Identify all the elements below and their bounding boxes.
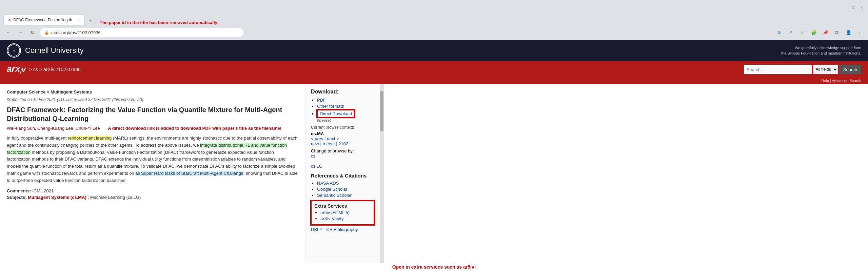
direct-download-link[interactable]: Direct Download: [320, 111, 352, 116]
highlight-all: all Super Hard tasks of StarCraft Multi-…: [135, 171, 243, 176]
recent-link[interactable]: recent: [322, 141, 335, 146]
extra-services-annotation: Open in extra services such as ar5iv!: [0, 263, 868, 271]
author-1[interactable]: Wei-Fang Sun: [7, 126, 35, 131]
extra-services-box: Extra Services ar5iv (HTML 5) arXiv Vani…: [311, 201, 374, 225]
arxiv-help-bar: Help | Advanced Search: [0, 78, 868, 84]
new-link[interactable]: new: [311, 141, 319, 146]
share-icon[interactable]: ↗: [786, 28, 795, 37]
scrollbar[interactable]: [380, 84, 384, 263]
dblp-row: DBLP - CS Bibliography: [311, 227, 374, 232]
highlight-integrate: integrate distributional RL and value fu…: [7, 143, 287, 155]
search-input[interactable]: [744, 65, 812, 74]
close-window-button[interactable]: ×: [859, 5, 865, 10]
nasa-ads-link[interactable]: NASA ADS: [317, 181, 374, 186]
main-content: Computer Science > Multiagent Systems [S…: [0, 84, 868, 263]
subjects-label: Subjects:: [7, 195, 27, 200]
prev-link[interactable]: < prev: [311, 136, 323, 141]
ar5iv-item: ar5iv (HTML 5): [320, 210, 371, 215]
cornell-support-text: We gratefully acknowledge support fromth…: [781, 45, 861, 56]
arxiv-logo: arXiv: [7, 64, 26, 75]
arxiv-vanity-item: arXiv Vanity: [320, 216, 371, 221]
change-browse-label: Change to browse by:: [311, 148, 354, 153]
num-link[interactable]: 2102: [338, 141, 348, 146]
subject-rest: ; Machine Learning (cs.LG): [87, 195, 141, 200]
pdf-link[interactable]: PDF: [317, 98, 374, 103]
download-annotation: A direct download link is added to downl…: [108, 126, 281, 131]
direct-download-item: Direct Download: [317, 110, 374, 118]
browse-nav: < prev | next > new | recent | 2102: [311, 136, 374, 146]
pin-icon[interactable]: 📌: [821, 28, 830, 37]
paper-area: Computer Science > Multiagent Systems [S…: [0, 84, 305, 263]
address-text: arxiv.org/abs/2102.07936: [51, 30, 101, 35]
cornell-name: Cornell University: [25, 46, 83, 55]
semantic-scholar-link[interactable]: Semantic Scholar: [317, 193, 374, 198]
extension-icon[interactable]: 🧩: [809, 28, 818, 37]
direct-download-box: Direct Download: [317, 110, 355, 118]
paper-authors: Wei-Fang Sun, Cheng-Kuang Lee, Chun-Yi L…: [7, 126, 298, 131]
paper-breadcrumb: Computer Science > Multiagent Systems: [7, 89, 298, 95]
address-bar-input[interactable]: 🔒 arxiv.org/abs/2102.07936: [40, 28, 243, 37]
comments-row: Comments: ICML 2021: [7, 188, 298, 193]
search-button[interactable]: Search: [839, 65, 861, 74]
browse-cs-lg[interactable]: cs.LG: [311, 164, 374, 169]
other-formats-link[interactable]: Other formats: [317, 104, 374, 109]
arxiv-breadcrumb: > cs > arXiv:2102.07936: [29, 67, 81, 72]
help-link[interactable]: Help | Advanced Search: [821, 79, 861, 83]
extra-services-title: Extra Services: [314, 203, 371, 209]
google-scholar-link[interactable]: Google Scholar: [317, 187, 374, 192]
refresh-button[interactable]: ↻: [28, 28, 37, 37]
arxiv-vanity-link[interactable]: arXiv Vanity: [320, 216, 371, 221]
subjects-row: Subjects: Multiagent Systems (cs.MA) ; M…: [7, 195, 298, 200]
minimize-button[interactable]: —: [843, 5, 848, 10]
scroll-thumb[interactable]: [380, 91, 383, 131]
context-value: cs.MA: [311, 131, 374, 136]
subject-cs-ma[interactable]: Multiagent Systems (cs.MA): [28, 195, 86, 200]
extensions-button[interactable]: ⧉: [832, 28, 842, 37]
tab-close-button[interactable]: ×: [77, 17, 80, 23]
submission-info: [Submitted on 16 Feb 2021 (v1), last rev…: [7, 97, 298, 102]
next-link[interactable]: next >: [327, 136, 339, 141]
cornell-logo: ⚜ Cornell University: [7, 43, 83, 58]
tab-notification: The paper id in the title has been remov…: [100, 20, 219, 25]
tab-favicon: ✕: [8, 18, 11, 22]
paper-title: DFAC Framework: Factorizing the Value Fu…: [7, 105, 298, 123]
license-text: (license): [317, 118, 374, 122]
refs-title: References & Citations: [311, 173, 374, 179]
highlight-marl: reinforcement learning: [68, 136, 112, 141]
new-tab-button[interactable]: +: [86, 16, 96, 25]
menu-button[interactable]: ⋮: [855, 28, 865, 37]
back-button[interactable]: ←: [3, 28, 13, 37]
arxiv-search-bar: arXiv > cs > arXiv:2102.07936 All fields…: [0, 61, 868, 78]
svg-text:⚜: ⚜: [13, 49, 15, 53]
forward-button[interactable]: →: [16, 28, 25, 37]
context-title: Current browse context:: [311, 125, 374, 130]
search-group: All fields Search: [744, 65, 861, 74]
sidebar: Download: PDF Other formats Direct Downl…: [305, 84, 380, 263]
page-content: ⚜ Cornell University We gratefully ackno…: [0, 40, 868, 271]
nasa-ads-item: NASA ADS: [317, 181, 374, 186]
dblp-link[interactable]: DBLP - CS Bibliography: [311, 227, 374, 232]
author-2[interactable]: Cheng-Kuang Lee: [37, 126, 73, 131]
arxiv-logo-text: ar: [7, 64, 15, 74]
google-icon[interactable]: G: [774, 28, 784, 37]
change-browse: Change to browse by: cs cs.LG: [311, 148, 374, 169]
download-title: Download:: [311, 89, 374, 95]
maximize-button[interactable]: □: [851, 5, 856, 10]
abstract-text: In fully cooperative multi-agent reinfor…: [7, 135, 298, 184]
other-formats-item: Other formats: [317, 104, 374, 109]
arxiv-logo-xiv: Xiv: [15, 65, 26, 75]
tab-title: DFAC Framework: Factorizing th: [13, 18, 75, 22]
profile-icon[interactable]: 👤: [844, 28, 853, 37]
ar5iv-link[interactable]: ar5iv (HTML 5): [320, 210, 371, 215]
browser-tab[interactable]: ✕ DFAC Framework: Factorizing th ×: [3, 14, 85, 25]
author-3[interactable]: Chun-Yi Lee: [76, 126, 100, 131]
pdf-item: PDF: [317, 98, 374, 103]
google-scholar-item: Google Scholar: [317, 187, 374, 192]
bookmark-icon[interactable]: ☆: [797, 28, 807, 37]
cornell-crest-icon: ⚜: [7, 43, 21, 58]
semantic-scholar-item: Semantic Scholar: [317, 193, 374, 198]
arxiv-header: ⚜ Cornell University We gratefully ackno…: [0, 40, 868, 61]
browse-cs[interactable]: cs: [311, 153, 374, 159]
comments-label: Comments:: [7, 188, 31, 193]
search-fields-select[interactable]: All fields: [813, 65, 838, 74]
